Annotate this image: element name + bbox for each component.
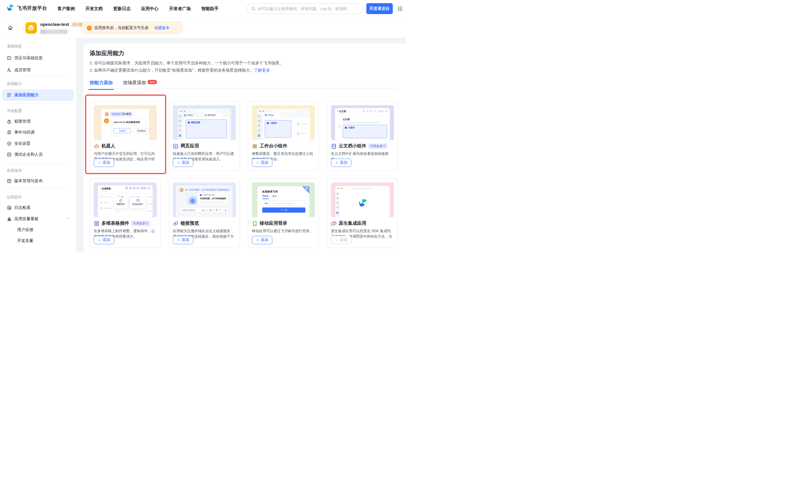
link-message: 🔗 方法到实践，从不同角度提高产品思维能力！ [185, 188, 231, 191]
home-icon[interactable] [7, 25, 13, 32]
widget-clover-icon [252, 143, 258, 149]
app-avatar [25, 22, 37, 34]
top-nav-menu: 客户案例 开发文档 更新日志 应用中心 开发者广场 智能助手 [57, 0, 218, 18]
sidebar-item-label: 安全设置 [14, 141, 30, 146]
sidebar-item-add-capability[interactable]: 添加应用能力 [2, 89, 74, 101]
todo-handle-button: 去处理 [114, 128, 131, 133]
phone-icon [252, 221, 258, 226]
plus-icon: ＋ [176, 160, 180, 165]
sidebar-item-security[interactable]: 安全设置 [2, 138, 74, 149]
sidebar-item-label: 凭证与基础信息 [14, 55, 43, 61]
nav-item-devplaza[interactable]: 开发者广场 [169, 6, 191, 11]
sidebar-item-label: 版本管理与发布 [14, 178, 43, 184]
add-link-preview-button[interactable]: ＋添加 [173, 236, 193, 244]
webapp-e-icon: e [173, 143, 178, 149]
capability-card-grid: @机器人 待办事项 2022-05-20 待办事项详情 去处理 延期待办 [90, 101, 398, 248]
create-version-link[interactable]: 创建版本 [154, 25, 170, 30]
add-docs-widget-button[interactable]: ＋添加 [331, 159, 351, 167]
nav-item-cases[interactable]: 客户案例 [57, 6, 75, 11]
docs-widget-box: 小组件 [343, 125, 387, 138]
nav-item-docs[interactable]: 开发文档 [85, 6, 103, 11]
logo-text: 飞书开放平台 [17, 5, 47, 11]
bot-avatar [104, 118, 109, 123]
card-link-preview: 🔗 方法到实践，从不同角度提高产品思维能力！ Learning.com ··· … [169, 178, 240, 248]
sidebar-item-events[interactable]: 事件与回调 [2, 127, 74, 138]
todo-card: 2022-05-20 待办事项详情 去处理 延期待办 [111, 118, 146, 136]
sidebar-divider [7, 164, 69, 164]
sidebar-item-quality-board[interactable]: 应用质量看板 ⌃ [2, 213, 74, 224]
person-plus-icon [7, 68, 11, 72]
svg-text:e: e [175, 145, 176, 148]
top-navbar: 飞书开放平台 客户案例 开发文档 更新日志 应用中心 开发者广场 智能助手 开发… [0, 0, 406, 18]
plus-icon: ＋ [335, 237, 339, 243]
mention-tag: 待办事项 [122, 113, 131, 115]
sidebar-item-credentials[interactable]: 凭证与基础信息 [2, 53, 74, 64]
card-title: 机器人 [101, 143, 115, 149]
card-title: 链接预览 [180, 220, 199, 226]
search-input[interactable] [258, 7, 358, 11]
add-mobile-login-button[interactable]: ＋添加 [252, 236, 272, 244]
sidebar-item-label: 应用质量看板 [14, 216, 39, 222]
base-table-icon [94, 221, 99, 226]
login-welcome: 欢迎使用飞书 [262, 190, 278, 194]
section-monitoring: 运营监控 [7, 195, 22, 200]
cube-icon [27, 24, 35, 32]
section-publish: 应用发布 [7, 168, 22, 173]
description-text: 2. 如果尚不确定需要添加什么能力，可切换至“按场景添加”，根据所需的业务场景选… [90, 68, 254, 72]
sidebar-item-logs[interactable]: 日志检索 [2, 202, 74, 213]
plus-icon: ＋ [97, 160, 101, 165]
section-capability: 应用能力 [7, 81, 22, 86]
card-bot: @机器人 待办事项 2022-05-20 待办事项详情 去处理 延期待办 [90, 101, 161, 171]
global-search[interactable] [247, 3, 362, 14]
mention-bubble: @机器人 待办事项 [110, 112, 132, 116]
add-base-plugin-button[interactable]: ＋添加 [94, 236, 114, 244]
card-title: 工作台小组件 [260, 143, 287, 149]
nav-item-changelog[interactable]: 更新日志 [113, 6, 130, 11]
warning-icon: ! [87, 26, 92, 30]
mobile-login-thumbnail: 欢迎使用飞书 手机号 邮箱 +86 ⌄ 下一步 [252, 182, 315, 217]
add-webapp-button[interactable]: ＋添加 [173, 159, 193, 167]
log-search-icon [7, 205, 11, 210]
sidebar-item-label: 权限管理 [14, 119, 30, 124]
sidebar: 基础信息 凭证与基础信息 成员管理 应用能力 添加应用能力 开发配置 权限管理 … [0, 38, 76, 252]
login-tab-phone: 手机号 [262, 195, 269, 199]
chevron-up-icon[interactable]: ⌃ [67, 217, 70, 221]
developer-backend-button[interactable]: 开发者后台 [366, 3, 393, 14]
card-title: 原生集成应用 [339, 220, 366, 226]
add-bot-button[interactable]: ＋添加 [94, 159, 114, 167]
base-back: ‹ 多维表格 [100, 187, 111, 190]
add-workbench-widget-button[interactable]: ＋添加 [252, 159, 272, 167]
section-basic-info: 基础信息 [7, 44, 22, 49]
doc-plus-button: + [337, 125, 341, 128]
learn-more-link[interactable]: 了解更多 [254, 68, 270, 72]
webapp-thumbnail: 工作台 e 网页应用 网页应用 [173, 105, 236, 140]
add-native-button-disabled: ＋添加 [331, 236, 351, 244]
phone-input-mock: +86 ⌄ [262, 201, 305, 206]
sidebar-item-dev-quality[interactable]: 开发质量 [2, 235, 74, 246]
card-mobile-login: 欢迎使用飞书 手机号 邮箱 +86 ⌄ 下一步 移动应用登录 移动应用可以通过飞… [248, 178, 319, 248]
input-placeholder: 发送给 项目组 [182, 209, 195, 212]
banner-text: 应用发布后，当前配置方可生效 [94, 25, 149, 30]
next-button-mock: 下一步 [262, 207, 305, 213]
doc-toolbar-placeholders [362, 110, 387, 112]
base-thumbnail: ‹ 多维表格 🔒 [94, 182, 157, 217]
sidebar-item-members[interactable]: 成员管理 [2, 65, 74, 76]
sidebar-item-permissions[interactable]: 权限管理 [2, 116, 74, 127]
native-link-icon [331, 221, 337, 226]
apps-grid-icon[interactable] [398, 7, 402, 11]
nav-item-appcenter[interactable]: 应用中心 [141, 6, 158, 11]
mock-tab-workbench: 工作台 [263, 113, 281, 118]
plus-icon: ＋ [97, 237, 101, 243]
nav-item-assistant[interactable]: 智能助手 [201, 6, 218, 11]
feishu-logo[interactable]: 飞书开放平台 [6, 4, 47, 12]
sidebar-item-user-feedback[interactable]: 用户反馈 [2, 224, 74, 235]
upload-box-icon [7, 179, 11, 183]
sidebar-item-version[interactable]: 版本管理与发布 [2, 176, 74, 186]
chat-avatar [179, 188, 183, 192]
grid-plus-icon [7, 93, 11, 97]
todo-delay-button: 延期待办 [133, 128, 150, 133]
todo-title: 2022-05-20 待办事项详情 [114, 121, 140, 124]
sidebar-item-test-company[interactable]: 测试企业和人员 [2, 149, 74, 160]
card-title: 多维表格插件 [101, 220, 129, 226]
card-base-plugin: ‹ 多维表格 🔒 [90, 178, 161, 248]
